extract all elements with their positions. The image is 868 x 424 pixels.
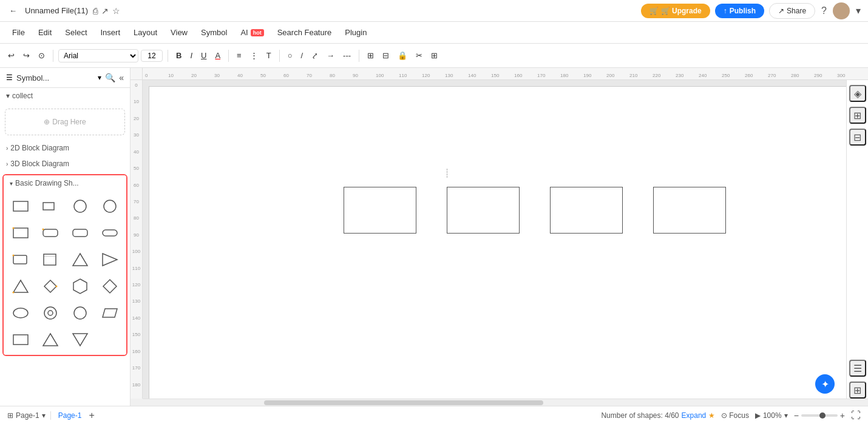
- right-panel-btn-3[interactable]: ⊟: [849, 129, 866, 146]
- expand-link[interactable]: Expand: [682, 411, 707, 420]
- shape-note[interactable]: [36, 247, 64, 272]
- right-panel-btn-flow[interactable]: ⊞: [849, 382, 866, 399]
- shape-circle-outline[interactable]: [95, 193, 124, 219]
- arrow-button[interactable]: →: [324, 49, 337, 62]
- shape-rectangle[interactable]: [6, 193, 35, 219]
- lock-button[interactable]: 🔒: [395, 49, 410, 62]
- menu-file[interactable]: File: [6, 25, 31, 39]
- focus-button[interactable]: ⊙ Focus: [721, 411, 749, 420]
- ruler-90: 90: [353, 73, 376, 78]
- basic-drawing-header[interactable]: ▾ Basic Drawing Sh...: [4, 175, 126, 191]
- italic-button[interactable]: I: [187, 49, 195, 62]
- more-button[interactable]: ⊞: [428, 49, 441, 62]
- scrollbar-horizontal[interactable]: [143, 399, 868, 406]
- bold-button[interactable]: B: [173, 49, 185, 62]
- shape-diamond-small[interactable]: [36, 274, 64, 299]
- underline-button[interactable]: U: [198, 49, 209, 62]
- share-button[interactable]: ↗ Share: [769, 3, 815, 19]
- shape-circle3[interactable]: [66, 300, 94, 326]
- connector-button[interactable]: ⤤: [308, 49, 321, 62]
- publish-button[interactable]: ↑ Publish: [715, 4, 764, 18]
- zoom-minus-button[interactable]: −: [794, 411, 799, 420]
- upgrade-button[interactable]: 🛒 🛒 Upgrade: [641, 4, 710, 18]
- menu-plugin[interactable]: Plugin: [339, 25, 373, 39]
- menu-layout[interactable]: Layout: [127, 25, 163, 39]
- redo-button[interactable]: ↪: [20, 49, 33, 62]
- svg-point-5: [12, 227, 14, 229]
- font-size-input[interactable]: [141, 50, 163, 62]
- circle-button[interactable]: ○: [285, 49, 296, 62]
- shape-rect2[interactable]: [6, 220, 35, 246]
- right-panel-btn-2[interactable]: ⊞: [849, 107, 866, 124]
- canvas-scroll[interactable]: ✦: [143, 80, 846, 399]
- fullscreen-button[interactable]: ⛶: [851, 410, 861, 421]
- menu-ai[interactable]: AI hot: [234, 25, 270, 39]
- search-icon[interactable]: 🔍: [105, 73, 115, 82]
- align-left-button[interactable]: ≡: [234, 49, 245, 62]
- dropdown-button[interactable]: ▾: [855, 4, 862, 18]
- font-color-button[interactable]: A: [212, 49, 223, 62]
- shape-rounded-rect2[interactable]: [66, 220, 94, 246]
- blue-circle-button[interactable]: ✦: [815, 374, 835, 394]
- sidebar-category-3d[interactable]: › 3D Block Diagram: [0, 156, 130, 172]
- canvas-shape-1[interactable]: [344, 187, 416, 234]
- menu-search-feature[interactable]: Search Feature: [271, 25, 338, 39]
- shape-ellipse[interactable]: [6, 300, 35, 326]
- shape-triangle[interactable]: [66, 247, 94, 272]
- line-button[interactable]: /: [297, 49, 306, 62]
- canvas-shape-2[interactable]: [447, 187, 520, 234]
- table-button[interactable]: ⊞: [364, 49, 377, 62]
- zoom-dropdown[interactable]: ▾: [784, 411, 788, 420]
- shape-hexagon[interactable]: [66, 274, 94, 299]
- canvas-shape-3[interactable]: [550, 187, 623, 234]
- layer-button[interactable]: ⊟: [379, 49, 392, 62]
- sidebar-section-collect[interactable]: ▾ collect: [0, 88, 130, 104]
- help-button[interactable]: ?: [820, 4, 828, 18]
- shape-circle[interactable]: [66, 193, 94, 219]
- shape-circle2[interactable]: [36, 300, 64, 326]
- shape-rect-small[interactable]: [36, 193, 64, 219]
- shape-stadium[interactable]: [95, 220, 124, 246]
- align-center-button[interactable]: ⋮: [247, 49, 261, 62]
- current-page-name[interactable]: Page-1: [58, 411, 82, 420]
- dash-button[interactable]: ---: [340, 49, 354, 62]
- text-button[interactable]: T: [263, 49, 274, 62]
- history-icon[interactable]: ⎙: [93, 6, 98, 16]
- shape-rect3[interactable]: [6, 327, 35, 352]
- shape-triangle-right[interactable]: [95, 247, 124, 272]
- zoom-plus-button[interactable]: +: [840, 411, 845, 420]
- shape-triangle2[interactable]: [6, 274, 35, 299]
- sidebar-category-2d[interactable]: › 2D Block Diagram: [0, 140, 130, 156]
- star-icon[interactable]: ☆: [112, 6, 120, 16]
- history-button[interactable]: ⊙: [35, 49, 48, 62]
- right-panel-btn-list[interactable]: ☰: [849, 360, 866, 377]
- menu-insert[interactable]: Insert: [95, 25, 127, 39]
- zoom-slider[interactable]: [801, 414, 838, 417]
- scrollbar-thumb[interactable]: [264, 400, 543, 405]
- canvas-white-area[interactable]: [149, 86, 846, 399]
- sidebar-dropdown-icon[interactable]: ▾: [98, 73, 101, 82]
- shape-rounded-rect[interactable]: [36, 220, 64, 246]
- page-dropdown[interactable]: ▾: [42, 411, 46, 420]
- avatar[interactable]: [833, 2, 850, 19]
- shape-diamond[interactable]: [95, 274, 124, 299]
- drag-here-area[interactable]: ⊕ Drag Here: [5, 109, 125, 135]
- collapse-icon[interactable]: «: [119, 73, 124, 82]
- delete-button[interactable]: ✂: [413, 49, 426, 62]
- menu-symbol[interactable]: Symbol: [195, 25, 233, 39]
- play-button[interactable]: ▶: [755, 411, 761, 420]
- shape-parallelogram[interactable]: [95, 300, 124, 326]
- shape-scroll[interactable]: [6, 247, 35, 272]
- add-page-button[interactable]: +: [89, 410, 94, 421]
- menu-view[interactable]: View: [164, 25, 194, 39]
- right-panel-btn-1[interactable]: ◈: [849, 85, 866, 102]
- external-link-icon[interactable]: ↗: [101, 6, 109, 16]
- menu-edit[interactable]: Edit: [32, 25, 58, 39]
- shape-triangle4[interactable]: [66, 327, 94, 352]
- font-family-select[interactable]: Arial Times New Roman Helvetica: [58, 49, 138, 62]
- shape-triangle3[interactable]: [36, 327, 64, 352]
- canvas-shape-4[interactable]: [653, 187, 726, 234]
- back-button[interactable]: ←: [6, 4, 20, 17]
- menu-select[interactable]: Select: [59, 25, 93, 39]
- undo-button[interactable]: ↩: [5, 49, 18, 62]
